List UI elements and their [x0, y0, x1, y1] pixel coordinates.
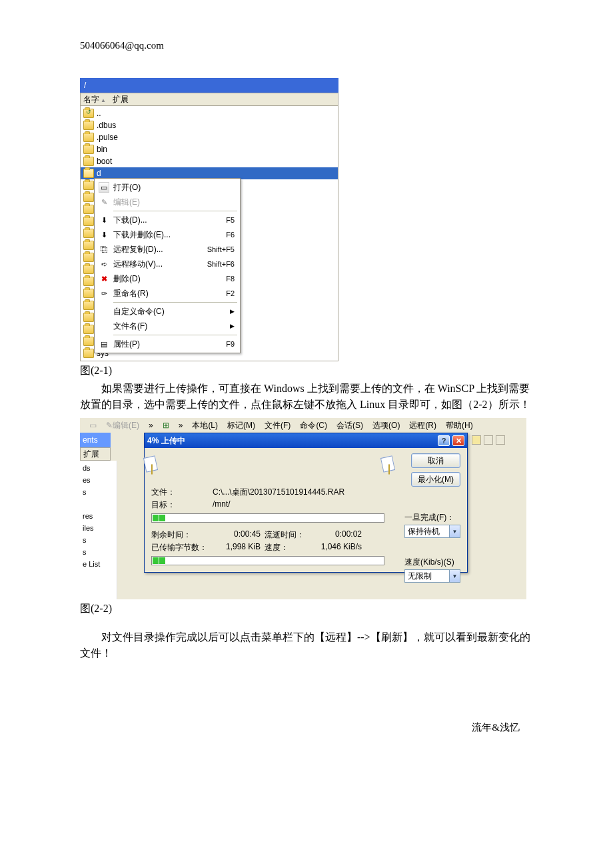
menu-session[interactable]: 会话(S): [332, 419, 367, 433]
file-row[interactable]: bin: [81, 143, 338, 155]
file-name: d: [97, 169, 101, 178]
folder-icon: [83, 253, 94, 262]
menu-help[interactable]: 帮助(H): [442, 419, 477, 433]
file-name: ..: [97, 109, 101, 118]
combo-value: 无限制: [405, 571, 449, 582]
minimize-button[interactable]: 最小化(M): [411, 472, 460, 487]
path-bar[interactable]: /: [80, 78, 338, 93]
target-value: /mnt/: [213, 499, 231, 511]
menu-remote-copy[interactable]: ⿻远程复制(D)...Shift+F5: [96, 242, 239, 257]
file-label: 文件：: [151, 487, 207, 498]
speed-value: 1,046 KiB/s: [318, 542, 366, 553]
delete-icon: ✖: [99, 273, 109, 284]
file-row[interactable]: boot: [81, 155, 338, 167]
dialog-titlebar[interactable]: 4% 上传中 ? ✕: [145, 433, 467, 448]
header-email: 504066064@qq.com: [80, 40, 533, 51]
menu-mark[interactable]: 标记(M): [223, 419, 259, 433]
menu-separator: [113, 335, 237, 335]
speed-limit-select[interactable]: 无限制 ▼: [404, 569, 460, 583]
folder-icon: [83, 133, 94, 142]
right-toolbar[interactable]: [468, 433, 526, 447]
toolbar-overflow-icon[interactable]: »: [145, 419, 157, 431]
speed-limit-label: 速度(Kib/s)(S): [404, 557, 460, 568]
file-row-up[interactable]: ..: [81, 107, 338, 119]
edit-icon: ✎: [99, 197, 109, 207]
bytes-label: 已传输字节数：: [151, 542, 218, 553]
menu-rename[interactable]: ✑重命名(R)F2: [96, 286, 239, 301]
cancel-button[interactable]: 取消: [411, 453, 460, 468]
folder-icon: [83, 301, 94, 310]
menu-edit: ✎编辑(E): [96, 195, 239, 209]
document-icon: [380, 455, 395, 472]
download-delete-icon: ⬇: [99, 229, 109, 240]
folder-icon: [83, 277, 94, 286]
close-button[interactable]: ✕: [452, 435, 464, 446]
folder-icon: [83, 313, 94, 322]
menu-local[interactable]: 本地(L): [188, 419, 222, 433]
remaining-label: 剩余时间：: [151, 529, 218, 541]
toolbar-plus-icon[interactable]: [484, 435, 493, 445]
menu-download[interactable]: ⬇下载(D)...F5: [96, 213, 239, 227]
file-name: .pulse: [97, 133, 118, 142]
list-item: s: [83, 486, 114, 498]
properties-icon: ▤: [99, 339, 109, 349]
blank-icon: [99, 306, 109, 317]
column-header-fragment: 扩展: [80, 447, 111, 461]
column-name[interactable]: 名字: [83, 94, 106, 105]
menu-properties[interactable]: ▤属性(P)F9: [96, 337, 239, 351]
list-item: es: [83, 474, 114, 486]
menu-separator: [113, 211, 237, 211]
toolbar-overflow-icon[interactable]: »: [175, 419, 187, 431]
context-menu[interactable]: ▭打开(O) ✎编辑(E) ⬇下载(D)...F5 ⬇下载并删除(E)...F6…: [94, 178, 241, 353]
blank-icon: [99, 321, 109, 331]
figure-caption-22: 图(2-2): [80, 602, 533, 616]
file-name: .dbus: [97, 121, 116, 130]
folder-icon: [83, 157, 94, 166]
file-list[interactable]: .. .dbus .pulse bin boot d e h l l m m m…: [80, 106, 338, 361]
dialog-title: 4% 上传中: [147, 435, 435, 447]
on-complete-select[interactable]: 保持待机 ▼: [404, 525, 460, 538]
folder-icon: [83, 241, 94, 250]
chevron-down-icon[interactable]: ▼: [449, 570, 460, 582]
toolbar-minus-icon[interactable]: [496, 435, 505, 445]
paragraph-1: 如果需要进行上传操作，可直接在 Windows 上找到需要上传的文件，在 Win…: [80, 381, 533, 413]
left-list-fragment: ds es s res iles s s e List: [80, 461, 117, 599]
column-header-row[interactable]: 名字 扩展: [80, 93, 338, 106]
menu-custom-commands[interactable]: 自定义命令(C)▶: [96, 304, 239, 319]
menu-file-names[interactable]: 文件名(F)▶: [96, 319, 239, 333]
menu-remote[interactable]: 远程(R): [405, 419, 440, 433]
toolbar-folder-icon[interactable]: [472, 435, 481, 445]
file-row[interactable]: .dbus: [81, 119, 338, 131]
folder-icon: [83, 325, 94, 334]
rename-icon: ✑: [99, 288, 109, 299]
list-item: e List: [83, 558, 114, 570]
speed-label: 速度：: [265, 542, 318, 553]
menu-remote-move[interactable]: ➪远程移动(V)...Shift+F6: [96, 257, 239, 271]
submenu-arrow-icon: ▶: [230, 323, 235, 329]
menu-separator: [113, 302, 237, 303]
menu-options[interactable]: 选项(O): [368, 419, 404, 433]
menu-open[interactable]: ▭打开(O): [96, 180, 239, 195]
menubar[interactable]: ▭ ✎编辑(E) » ⊞ » 本地(L) 标记(M) 文件(F) 命令(C) 会…: [80, 418, 526, 433]
remote-move-icon: ➪: [99, 259, 109, 269]
folder-icon: [83, 349, 94, 358]
toolbar-plus-icon[interactable]: ⊞: [159, 419, 173, 431]
help-button[interactable]: ?: [438, 435, 450, 446]
menu-delete[interactable]: ✖删除(D)F8: [96, 271, 239, 286]
menu-download-delete[interactable]: ⬇下载并删除(E)...F6: [96, 227, 239, 242]
list-item: iles: [83, 522, 114, 534]
file-row[interactable]: .pulse: [81, 131, 338, 143]
column-ext[interactable]: 扩展: [113, 94, 129, 105]
upload-dialog[interactable]: 4% 上传中 ? ✕ 取消 最小化(M) 文件：C:\...\桌面\201307…: [144, 433, 468, 573]
footer-signature: 流年&浅忆: [80, 721, 520, 734]
menu-file[interactable]: 文件(F): [261, 419, 295, 433]
remote-copy-icon: ⿻: [99, 244, 109, 255]
folder-icon: [83, 169, 94, 178]
list-item: res: [83, 510, 114, 522]
download-icon: ⬇: [99, 215, 109, 225]
file-progress-bar: [151, 513, 384, 523]
chevron-down-icon[interactable]: ▼: [449, 525, 460, 537]
sidebar-fragment: ents: [80, 433, 111, 447]
folder-icon: [83, 217, 94, 226]
menu-commands[interactable]: 命令(C): [296, 419, 331, 433]
